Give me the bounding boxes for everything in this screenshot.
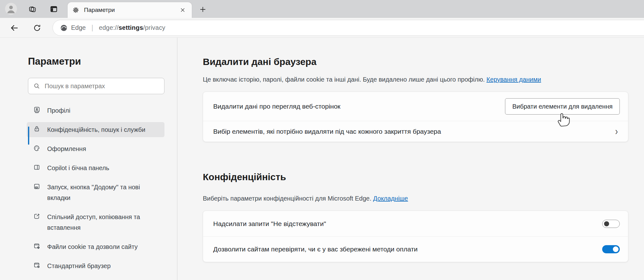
sidebar-panel-icon xyxy=(33,164,41,172)
new-tab-button[interactable] xyxy=(197,4,208,15)
close-tab-icon[interactable] xyxy=(178,5,187,15)
search-input[interactable] xyxy=(44,82,160,90)
toolbar: Edge | edge://settings/privacy xyxy=(0,18,644,38)
search-icon xyxy=(33,83,40,89)
edge-logo-icon xyxy=(60,24,68,32)
profiles-icon xyxy=(33,106,41,115)
section-title-clear-data: Видалити дані браузера xyxy=(203,56,628,68)
payment-methods-row: Дозволити сайтам перевіряти, чи є у вас … xyxy=(203,236,628,262)
sidebar-item-appearance[interactable]: Оформлення xyxy=(27,141,164,156)
sidebar-item-default-browser[interactable]: Стандартний браузер xyxy=(27,258,164,273)
sidebar-nav: Профілі Конфіденційність, пошук і служби xyxy=(27,103,164,280)
clear-browsing-data-row: Видалити дані про перегляд веб-сторінок … xyxy=(203,92,628,121)
palette-icon xyxy=(33,144,41,153)
browser-window: Параметри xyxy=(0,0,644,280)
sidebar-item-label: Конфіденційність, пошук і служби xyxy=(47,124,145,135)
settings-search[interactable] xyxy=(28,78,164,94)
tab-actions-icon[interactable] xyxy=(49,4,58,14)
address-bar[interactable]: Edge | edge://settings/privacy xyxy=(53,20,644,36)
share-icon xyxy=(33,213,41,221)
url-separator: | xyxy=(92,24,93,32)
row-label: Вибір елементів, які потрібно видаляти п… xyxy=(213,128,615,135)
choose-items-to-clear-button[interactable]: Вибрати елементи для видалення xyxy=(505,98,620,115)
profile-avatar[interactable] xyxy=(5,3,17,15)
person-icon xyxy=(5,3,17,15)
settings-main: Видалити дані браузера Це включає історі… xyxy=(203,38,628,262)
refresh-button[interactable] xyxy=(31,22,43,34)
toggle-knob xyxy=(604,221,609,226)
sidebar-title: Параметри xyxy=(28,56,81,67)
settings-sidebar: Параметри Пр xyxy=(0,38,177,280)
sidebar-item-cookies-permissions[interactable]: Файли cookie та дозволи сайту xyxy=(27,239,164,254)
sidebar-item-label: Файли cookie та дозволи сайту xyxy=(47,241,138,252)
privacy-card: Надсилати запити "Не відстежувати" Дозво… xyxy=(203,211,628,262)
tab-parametry[interactable]: Параметри xyxy=(68,2,192,18)
default-browser-icon xyxy=(33,261,41,270)
privacy-description: Виберіть параметри конфіденційності для … xyxy=(203,194,628,203)
sidebar-item-privacy[interactable]: Конфіденційність, пошук і служби xyxy=(27,122,164,137)
payment-methods-toggle[interactable] xyxy=(602,245,620,253)
learn-more-link[interactable]: Докладніше xyxy=(373,195,408,202)
gear-icon xyxy=(72,6,80,14)
tab-title: Параметри xyxy=(84,7,178,13)
url-text[interactable]: edge://settings/privacy xyxy=(99,24,165,31)
sidebar-item-label: Профілі xyxy=(47,105,70,116)
clear-on-close-row[interactable]: Вибір елементів, які потрібно видаляти п… xyxy=(203,121,628,142)
row-label: Дозволити сайтам перевіряти, чи є у вас … xyxy=(213,245,602,253)
clear-data-card: Видалити дані про перегляд веб-сторінок … xyxy=(203,92,628,142)
sidebar-item-share-copy-paste[interactable]: Спільний доступ, копіювання та вставленн… xyxy=(27,209,164,235)
sidebar-item-label: Стандартний браузер xyxy=(47,261,111,271)
row-label: Надсилати запити "Не відстежувати" xyxy=(213,220,602,228)
sidebar-item-copilot-sidebar[interactable]: Copilot і бічна панель xyxy=(27,160,164,175)
plus-icon xyxy=(199,6,207,13)
sidebar-item-label: Copilot і бічна панель xyxy=(47,163,109,173)
sidebar-item-label: Спільний доступ, копіювання та вставленн… xyxy=(47,212,147,233)
lock-icon xyxy=(33,125,41,134)
section-title-privacy: Конфіденційність xyxy=(203,171,628,183)
back-button[interactable] xyxy=(9,22,20,34)
workspaces-icon[interactable] xyxy=(28,4,37,14)
settings-page: Параметри Пр xyxy=(0,38,644,280)
cookies-icon xyxy=(33,242,41,251)
sidebar-item-downloads[interactable]: Завантаження xyxy=(27,277,164,280)
do-not-track-toggle[interactable] xyxy=(602,220,620,228)
do-not-track-row: Надсилати запити "Не відстежувати" xyxy=(203,211,628,236)
toggle-knob xyxy=(613,246,619,252)
row-label: Видалити дані про перегляд веб-сторінок xyxy=(213,103,505,110)
sidebar-item-profiles[interactable]: Профілі xyxy=(27,103,164,118)
back-arrow-icon xyxy=(10,23,19,33)
chevron-right-icon: › xyxy=(615,125,618,137)
edge-brand-label: Edge xyxy=(71,24,86,31)
clear-data-description: Це включає історію, паролі, файли cookie… xyxy=(203,75,628,84)
manage-data-link[interactable]: Керування даними xyxy=(486,76,541,83)
tab-strip: Параметри xyxy=(0,0,644,18)
startup-icon xyxy=(33,183,41,191)
sidebar-item-startup[interactable]: Запуск, кнопка "Додому" та нові вкладки xyxy=(27,180,164,205)
refresh-icon xyxy=(33,24,42,32)
sidebar-item-label: Запуск, кнопка "Додому" та нові вкладки xyxy=(47,182,147,203)
sidebar-item-label: Оформлення xyxy=(47,143,86,154)
